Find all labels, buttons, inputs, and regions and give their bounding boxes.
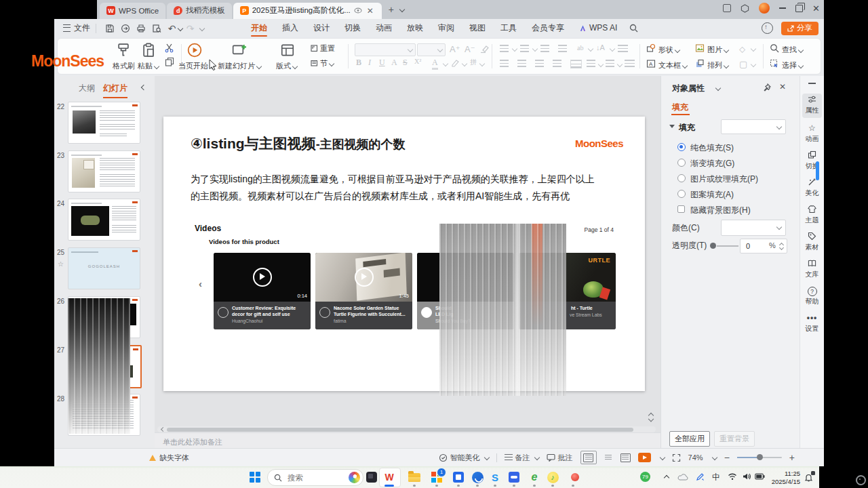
- app-icon-s[interactable]: S: [488, 470, 502, 484]
- radio-picture-fill[interactable]: [677, 174, 686, 182]
- picture-button[interactable]: 图片: [707, 45, 728, 55]
- undo-icon[interactable]: ↶: [167, 23, 177, 33]
- volume-icon[interactable]: [743, 472, 751, 481]
- app-icon-explorer[interactable]: [408, 470, 421, 484]
- hexagon-icon[interactable]: [741, 4, 749, 13]
- missing-font-warning[interactable]: 缺失字体: [149, 453, 189, 463]
- app-icon-wps[interactable]: W: [382, 470, 396, 484]
- textbox-button[interactable]: 文本框: [658, 60, 687, 70]
- search-input[interactable]: [286, 473, 336, 483]
- print-preview-icon[interactable]: [151, 23, 161, 33]
- user-avatar[interactable]: [759, 3, 770, 14]
- format-painter-button[interactable]: 格式刷: [113, 61, 135, 71]
- video-card-1[interactable]: 0:14 Customer Review: Exquisite decor fo…: [214, 253, 311, 329]
- menu-tab-transition[interactable]: 切换: [337, 19, 368, 37]
- view-reading-button[interactable]: [620, 453, 631, 462]
- slide-thumbnail-28[interactable]: [68, 394, 140, 436]
- picture-icon[interactable]: [695, 43, 705, 53]
- color-select[interactable]: [721, 220, 786, 236]
- layout-button[interactable]: 版式: [276, 61, 297, 71]
- file-menu[interactable]: 文件: [54, 22, 90, 34]
- zoom-out-button[interactable]: −: [724, 452, 730, 463]
- menu-tab-home[interactable]: 开始: [243, 19, 275, 37]
- tray-battery-saver-badge[interactable]: 79: [640, 472, 650, 482]
- collapse-panel-icon[interactable]: [141, 85, 146, 90]
- rail-item-settings[interactable]: ••• 设置: [800, 313, 824, 333]
- fullscreen-icon[interactable]: [672, 453, 681, 462]
- slide-thumbnail-25[interactable]: GOGOLEASH: [68, 247, 140, 289]
- app-icon-recorder[interactable]: [568, 470, 582, 484]
- recorder-gear-icon[interactable]: [856, 475, 866, 485]
- scrollbar-thumb[interactable]: [167, 428, 633, 432]
- tab-current-presentation[interactable]: P 2025亚马逊listing高阶优化... ✕: [233, 3, 382, 19]
- menu-tab-insert[interactable]: 插入: [275, 19, 306, 37]
- new-slide-button[interactable]: 新建幻灯片: [218, 61, 261, 71]
- panel-scrollbar-thumb[interactable]: [816, 161, 819, 180]
- app-icon-blue-square[interactable]: [452, 470, 465, 484]
- option-label[interactable]: 图案填充(A): [690, 189, 734, 201]
- save-icon[interactable]: [104, 23, 115, 33]
- outline-tab[interactable]: 大纲: [79, 83, 95, 94]
- video-card-4[interactable]: URTLE ht - Turtle ve Stream Labs: [519, 253, 616, 329]
- ime-pen-icon[interactable]: [696, 472, 705, 481]
- minimize-button[interactable]: [779, 7, 786, 9]
- menu-tab-wps-ai[interactable]: WPS AI: [572, 19, 625, 37]
- view-sorter-button[interactable]: [604, 454, 613, 462]
- slide[interactable]: ④listing与主图视频-主图视频的个数 MoonSees 为了实现listi…: [163, 117, 645, 391]
- menu-tab-design[interactable]: 设计: [306, 19, 337, 37]
- cut-icon[interactable]: [164, 43, 174, 53]
- rail-item-properties[interactable]: 属性: [800, 95, 824, 115]
- slide-thumbnail-26[interactable]: [68, 296, 140, 338]
- start-button[interactable]: [248, 470, 262, 484]
- arrange-icon[interactable]: [695, 59, 705, 68]
- view-normal-button[interactable]: [580, 451, 597, 464]
- app-icon-store[interactable]: 1: [430, 470, 443, 484]
- notification-bell-icon[interactable]: [804, 472, 813, 485]
- battery-icon[interactable]: [755, 473, 765, 480]
- rail-item-beautify[interactable]: 美化: [800, 178, 824, 198]
- stepper-down-icon[interactable]: [779, 245, 784, 250]
- zoom-in-button[interactable]: +: [789, 452, 795, 463]
- find-button[interactable]: 查找: [782, 45, 803, 55]
- new-slide-icon[interactable]: [231, 42, 248, 58]
- zoom-chevron-icon[interactable]: [711, 455, 717, 460]
- video-card-3[interactable]: ShouldLED Lig Should You Buy?: [417, 253, 514, 329]
- tab-list-chevron-icon[interactable]: [399, 7, 405, 12]
- carousel-prev-icon[interactable]: ‹: [199, 278, 202, 289]
- font-size-select[interactable]: [417, 43, 446, 56]
- panel-title-chevron-icon[interactable]: [715, 85, 721, 91]
- slide-thumbnail-27-selected[interactable]: [68, 345, 142, 388]
- collapse-rail-icon[interactable]: [808, 83, 816, 84]
- rail-item-assets[interactable]: 素材: [800, 232, 824, 252]
- slides-tab[interactable]: 幻灯片: [103, 83, 127, 94]
- close-tab-icon[interactable]: ✕: [366, 6, 375, 16]
- font-family-select[interactable]: [355, 43, 416, 56]
- layout-icon[interactable]: [280, 43, 295, 58]
- play-from-current-icon[interactable]: [186, 42, 203, 58]
- app-icon-ie[interactable]: e: [528, 470, 541, 484]
- rail-item-animation[interactable]: ☆ 动画: [800, 123, 824, 144]
- transparency-input[interactable]: [745, 240, 765, 252]
- upload-cloud-icon[interactable]: [762, 22, 773, 34]
- comments-button[interactable]: 批注: [547, 453, 573, 463]
- textbox-icon[interactable]: A: [646, 59, 656, 68]
- undo-chevron-icon[interactable]: [178, 25, 183, 30]
- close-window-button[interactable]: ✕: [812, 3, 820, 14]
- format-painter-icon[interactable]: [116, 43, 131, 58]
- wifi-icon[interactable]: [728, 472, 737, 481]
- transparency-slider-track[interactable]: [717, 245, 738, 247]
- shapes-icon[interactable]: [646, 43, 656, 53]
- tray-expand-icon[interactable]: [664, 475, 669, 481]
- option-label[interactable]: 渐变填充(G): [690, 158, 734, 169]
- menu-tab-tools[interactable]: 工具: [493, 19, 524, 37]
- ime-indicator[interactable]: 中: [712, 472, 720, 483]
- rail-item-transition[interactable]: 切换: [800, 150, 824, 171]
- radio-solid-fill[interactable]: [677, 143, 686, 151]
- transparency-slider-knob[interactable]: [710, 243, 716, 249]
- search-icon[interactable]: [629, 23, 639, 33]
- copy-icon[interactable]: [165, 57, 174, 66]
- radio-gradient-fill[interactable]: [677, 159, 686, 167]
- video-card-2[interactable]: 1:45 Nacome Solar Garden Statue Turtle F…: [315, 253, 412, 329]
- rail-item-help[interactable]: ? 帮助: [800, 286, 824, 306]
- new-tab-icon[interactable]: +: [389, 4, 394, 15]
